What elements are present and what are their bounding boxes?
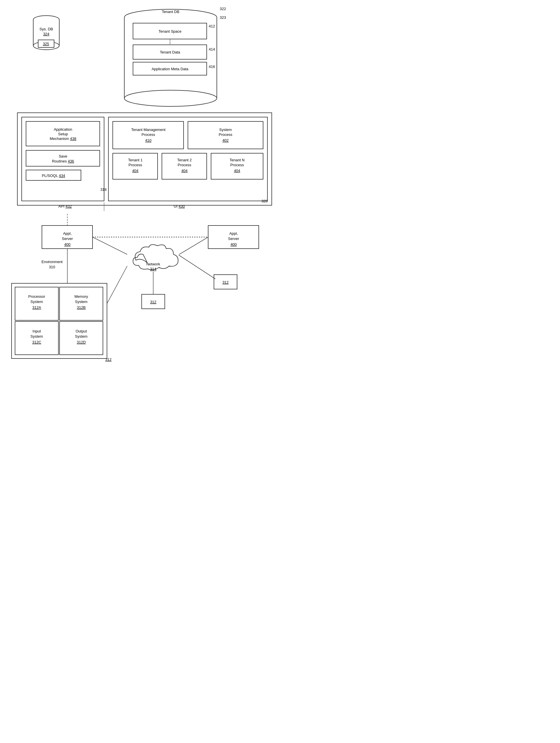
- tenant-mgmt-num: 410: [145, 138, 152, 142]
- app-setup-text3: Mechanism 438: [50, 136, 76, 141]
- environment-num: 310: [49, 265, 55, 269]
- app-setup-text2: Setup: [58, 132, 68, 136]
- svg-line-32: [179, 237, 208, 254]
- processor-text2: System: [30, 300, 43, 304]
- sys-db-num: 324: [43, 32, 49, 36]
- client312-1: 312: [150, 300, 157, 304]
- memory-text2: System: [75, 300, 87, 304]
- tenant2-num: 404: [181, 169, 188, 173]
- save-routines-text1: Save: [59, 154, 68, 159]
- tenant1-text1: Tenant 1: [128, 158, 142, 162]
- api-label: API 432: [58, 204, 72, 209]
- system-process-text1: System: [219, 128, 231, 132]
- plsoql-text: PL/SOQL 434: [42, 173, 65, 178]
- tenantn-text2: Process: [230, 163, 244, 167]
- num-416: 416: [209, 64, 215, 69]
- input-text1: Input: [33, 329, 41, 333]
- num-328: 328: [261, 199, 268, 203]
- app-setup-text1: Application: [54, 127, 72, 132]
- processor-text1: Processor: [28, 294, 45, 299]
- input-num: 312C: [32, 340, 41, 344]
- memory-text1: Memory: [75, 294, 88, 299]
- output-num: 312D: [77, 340, 86, 344]
- system-process-num: 402: [222, 138, 229, 142]
- tenantn-text1: Tenant N: [229, 158, 245, 162]
- tenant-mgmt-text1: Tenant Management: [131, 128, 166, 132]
- appl-server2-text2: Server: [228, 236, 240, 241]
- tenant1-num: 404: [132, 169, 138, 173]
- network-num: 314: [150, 267, 157, 271]
- num-318: 318: [100, 187, 107, 192]
- svg-line-43: [107, 266, 127, 304]
- input-text2: System: [30, 334, 43, 339]
- tenant2-text1: Tenant 2: [177, 158, 192, 162]
- svg-line-41: [179, 255, 215, 279]
- tenant-data-text: Tenant Data: [160, 50, 180, 54]
- tenant1-text2: Process: [129, 163, 142, 167]
- output-text2: System: [75, 334, 87, 339]
- svg-point-10: [124, 90, 217, 106]
- tenant-db-label: Tenant DB: [162, 9, 179, 14]
- appl-server2-text1: Appl,: [229, 231, 238, 235]
- environment-label: Environment: [42, 260, 63, 264]
- tenant-mgmt-text2: Process: [142, 132, 155, 137]
- tenant-space-text: Tenant Space: [159, 29, 181, 34]
- memory-num: 312B: [77, 305, 86, 310]
- num-323: 323: [220, 15, 226, 20]
- tenantn-num: 404: [234, 169, 240, 173]
- svg-line-31: [92, 237, 127, 254]
- save-routines-text2: Routines 436: [52, 159, 74, 163]
- sys-db-sub: 325: [43, 42, 49, 46]
- num-312-box: 312: [105, 357, 112, 362]
- appl-server1-text2: Server: [62, 236, 73, 241]
- appl-server1-text1: Appl,: [63, 231, 72, 235]
- tenant2-text2: Process: [178, 163, 191, 167]
- num-322: 322: [220, 7, 226, 11]
- app-meta-text: Application Meta Data: [152, 67, 188, 71]
- num-414: 414: [209, 47, 215, 51]
- processor-num: 312A: [32, 305, 41, 310]
- sys-db-label: Sys. DB: [40, 27, 53, 31]
- system-process-text2: Process: [219, 132, 232, 137]
- num-412: 412: [209, 24, 215, 28]
- network-label: Network: [146, 262, 160, 266]
- ui-label: UI 430: [174, 204, 185, 209]
- appl-server2-num: 400: [230, 242, 237, 247]
- client312-2: 312: [222, 280, 229, 285]
- appl-server1-num: 400: [64, 242, 71, 247]
- output-text1: Output: [76, 329, 87, 333]
